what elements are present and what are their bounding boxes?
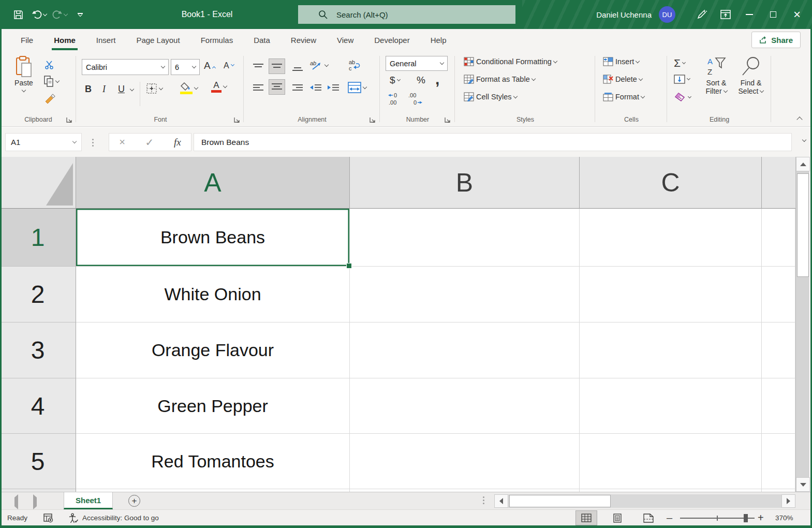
wrap-text-button[interactable]: abc bbox=[348, 59, 360, 71]
underline-dropdown-icon[interactable] bbox=[130, 87, 134, 91]
cell-D2[interactable] bbox=[762, 267, 795, 322]
tab-developer[interactable]: Developer bbox=[364, 29, 420, 52]
row-header-1[interactable]: 1 bbox=[0, 209, 76, 267]
cell-B4[interactable] bbox=[350, 378, 580, 434]
tab-help[interactable]: Help bbox=[420, 29, 457, 52]
add-sheet-button[interactable]: + bbox=[128, 495, 140, 507]
align-top-button[interactable] bbox=[250, 61, 266, 74]
minimize-button[interactable] bbox=[737, 0, 761, 29]
bold-button[interactable]: B bbox=[85, 84, 92, 95]
scroll-left-button[interactable] bbox=[494, 494, 508, 508]
cell-A5[interactable]: Red Tomantoes bbox=[76, 434, 350, 489]
view-page-layout-button[interactable] bbox=[607, 511, 628, 525]
fill-button[interactable] bbox=[674, 75, 690, 84]
row-header-4[interactable]: 4 bbox=[0, 378, 76, 434]
cell-styles-button[interactable]: Cell Styles bbox=[464, 92, 517, 101]
cell-A2[interactable]: White Onion bbox=[76, 267, 350, 322]
tabbar-resize-handle[interactable] bbox=[483, 496, 484, 504]
cell-C3[interactable] bbox=[580, 322, 762, 378]
cell-D1[interactable] bbox=[762, 209, 795, 267]
autosum-button[interactable]: Σ bbox=[674, 57, 685, 69]
customize-quick-access-button[interactable] bbox=[71, 4, 89, 25]
whats-new-button[interactable] bbox=[690, 0, 714, 29]
underline-button[interactable]: U bbox=[118, 84, 125, 95]
align-left-button[interactable] bbox=[250, 82, 266, 94]
column-header-a[interactable]: A bbox=[76, 157, 350, 209]
tab-formulas[interactable]: Formulas bbox=[190, 29, 244, 52]
cell-A3[interactable]: Orange Flavour bbox=[76, 322, 350, 378]
cell-B2[interactable] bbox=[350, 267, 580, 322]
formula-input[interactable]: Brown Beans bbox=[194, 133, 792, 151]
increase-indent-button[interactable] bbox=[327, 84, 339, 92]
cell-B1[interactable] bbox=[350, 209, 580, 267]
dialog-launcher-icon[interactable] bbox=[233, 116, 241, 124]
increase-font-size-button[interactable]: A bbox=[204, 60, 215, 71]
name-box[interactable]: A1 bbox=[5, 133, 82, 151]
format-cells-button[interactable]: Format bbox=[603, 92, 644, 101]
horizontal-scroll-thumb[interactable] bbox=[509, 495, 611, 507]
tab-review[interactable]: Review bbox=[280, 29, 327, 52]
maximize-button[interactable] bbox=[761, 0, 785, 29]
status-mode[interactable]: Ready bbox=[7, 510, 27, 526]
scroll-down-button[interactable] bbox=[796, 477, 810, 492]
cell-C4[interactable] bbox=[580, 378, 762, 434]
collapse-ribbon-icon[interactable] bbox=[796, 116, 802, 122]
row-header-2[interactable]: 2 bbox=[0, 267, 76, 322]
save-button[interactable] bbox=[9, 4, 27, 25]
cell-B3[interactable] bbox=[350, 322, 580, 378]
column-header-partial[interactable] bbox=[762, 157, 795, 209]
comma-style-button[interactable]: , bbox=[435, 70, 439, 88]
redo-dropdown-icon[interactable] bbox=[63, 11, 67, 16]
cell-D5[interactable] bbox=[762, 434, 795, 489]
name-box-dropdown-icon[interactable] bbox=[72, 139, 77, 143]
delete-cells-button[interactable]: Delete bbox=[603, 75, 642, 84]
column-header-c[interactable]: C bbox=[580, 157, 762, 209]
align-center-button[interactable] bbox=[269, 80, 285, 94]
insert-function-icon[interactable]: fx bbox=[174, 137, 181, 148]
clear-button[interactable] bbox=[674, 92, 691, 102]
formula-bar-handle[interactable] bbox=[92, 139, 94, 146]
user-name[interactable]: Daniel Uchenna bbox=[596, 10, 652, 19]
format-as-table-button[interactable]: Format as Table bbox=[464, 75, 535, 84]
tab-data[interactable]: Data bbox=[243, 29, 280, 52]
previous-sheet-button[interactable] bbox=[14, 497, 18, 507]
decrease-indent-button[interactable] bbox=[309, 84, 322, 92]
enter-icon[interactable]: ✓ bbox=[145, 136, 154, 149]
tab-file[interactable]: File bbox=[10, 29, 43, 52]
accessibility-status[interactable]: Accessibility: Good to go bbox=[68, 510, 159, 526]
row-header-3[interactable]: 3 bbox=[0, 322, 76, 378]
vertical-scroll-thumb[interactable] bbox=[797, 173, 809, 277]
sort-filter-button[interactable]: AZ Sort & Filter bbox=[700, 56, 733, 95]
column-header-b[interactable]: B bbox=[350, 157, 580, 209]
zoom-slider-thumb[interactable] bbox=[744, 514, 748, 522]
close-button[interactable]: × bbox=[785, 0, 809, 29]
cut-button[interactable] bbox=[45, 60, 55, 69]
decrease-decimal-button[interactable]: .000 bbox=[407, 92, 423, 106]
redo-button[interactable] bbox=[51, 4, 68, 25]
undo-button[interactable] bbox=[30, 4, 48, 25]
conditional-formatting-button[interactable]: Conditional Formatting bbox=[464, 57, 557, 66]
sheet-tab-sheet1[interactable]: Sheet1 bbox=[64, 492, 113, 509]
find-select-button[interactable]: Find & Select bbox=[735, 56, 767, 95]
undo-dropdown-icon[interactable] bbox=[42, 11, 47, 16]
orientation-button[interactable]: ab bbox=[309, 60, 328, 70]
scroll-up-button[interactable] bbox=[796, 157, 810, 171]
cell-C5[interactable] bbox=[580, 434, 762, 489]
row-header-5[interactable]: 5 bbox=[0, 434, 76, 489]
italic-button[interactable]: I bbox=[102, 84, 106, 95]
percent-style-button[interactable]: % bbox=[417, 75, 425, 86]
accounting-format-button[interactable]: $ bbox=[390, 75, 400, 86]
tab-page-layout[interactable]: Page Layout bbox=[126, 29, 190, 52]
tab-insert[interactable]: Insert bbox=[86, 29, 126, 52]
font-family-select[interactable]: Calibri bbox=[82, 59, 169, 75]
align-right-button[interactable] bbox=[290, 82, 305, 94]
view-normal-button[interactable] bbox=[576, 511, 597, 525]
macro-record-button[interactable] bbox=[43, 510, 54, 526]
dialog-launcher-icon[interactable] bbox=[65, 116, 73, 124]
font-color-button[interactable]: A bbox=[211, 81, 227, 93]
cell-D4[interactable] bbox=[762, 378, 795, 434]
paste-button[interactable]: Paste bbox=[10, 56, 37, 92]
cell-C1[interactable] bbox=[580, 209, 762, 267]
align-middle-button[interactable] bbox=[269, 59, 285, 74]
align-bottom-button[interactable] bbox=[290, 61, 305, 74]
